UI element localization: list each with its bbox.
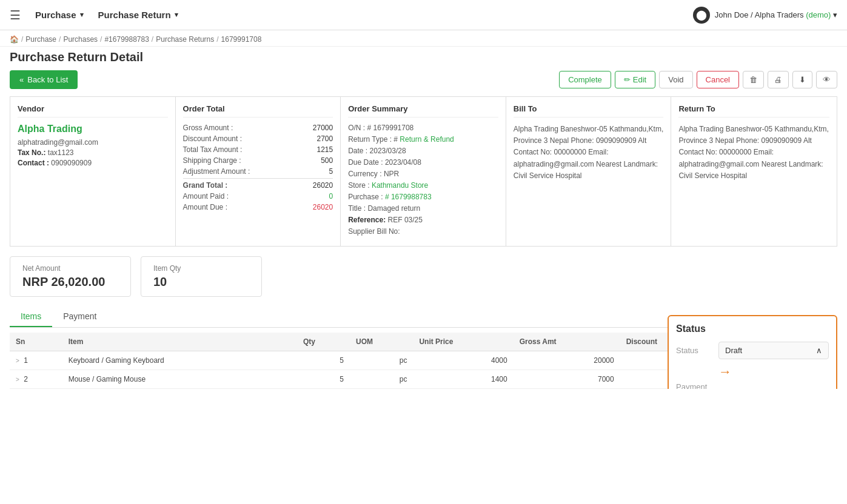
expand-icon[interactable]: >	[16, 376, 19, 383]
shipping-row: Shipping Charge :500	[183, 156, 333, 165]
company-name: Alpha Traders	[755, 10, 804, 19]
th-uom: UOM	[350, 333, 413, 351]
status-field-label: Status	[676, 346, 718, 355]
user-avatar: ⬤	[693, 7, 710, 24]
item-qty-label: Item Qty	[153, 264, 249, 273]
th-unit-price: Unit Price	[413, 333, 513, 351]
status-dropdown[interactable]: Draft ∧	[718, 342, 829, 359]
order-summary-title: Order Summary	[348, 104, 498, 118]
orange-arrow-icon: →	[718, 364, 732, 380]
info-panels: Vendor Alpha Trading alphatrading@gmail.…	[10, 96, 837, 247]
status-row: Status Draft ∧	[676, 342, 829, 359]
cell-sn: > 1	[10, 351, 62, 370]
cell-uom: pc	[350, 351, 413, 370]
complete-button[interactable]: Complete	[559, 71, 611, 88]
purchase-return-menu-arrow: ▾	[175, 11, 178, 19]
net-amount-value: NRP 26,020.00	[22, 275, 118, 289]
demo-label: (demo)	[806, 10, 831, 19]
edit-label: Edit	[633, 75, 646, 84]
delete-button[interactable]: 🗑	[743, 71, 764, 88]
store-link[interactable]: Kathmandu Store	[372, 181, 428, 190]
home-icon[interactable]: 🏠	[10, 35, 19, 44]
title-row: Title : Damaged return	[348, 204, 498, 213]
complete-label: Complete	[568, 75, 602, 84]
purchase-menu[interactable]: Purchase ▾	[35, 10, 84, 20]
vendor-name: Alpha Trading	[18, 124, 168, 134]
delete-icon: 🗑	[749, 75, 757, 84]
return-to-title: Return To	[678, 104, 829, 118]
vendor-panel: Vendor Alpha Trading alphatrading@gmail.…	[10, 97, 176, 246]
user-dropdown-arrow: ▾	[833, 10, 837, 19]
net-amount-card: Net Amount NRP 26,020.00	[10, 256, 131, 297]
return-type-row: Return Type : # Return & Refund	[348, 135, 498, 144]
user-name: John Doe	[715, 10, 749, 19]
status-value: Draft	[725, 346, 742, 355]
reference-row: Reference: REF 03/25	[348, 216, 498, 224]
item-qty-card: Item Qty 10	[141, 256, 262, 297]
view-icon: 👁	[823, 75, 831, 84]
breadcrumb-order-no[interactable]: #1679988783	[104, 35, 149, 44]
download-button[interactable]: ⬇	[792, 71, 812, 88]
return-type-link[interactable]: Return & Refund	[400, 135, 454, 144]
status-panel-title: Status	[676, 323, 829, 334]
breadcrumb-purchases[interactable]: Purchases	[63, 35, 98, 44]
status-panel: Status Status Draft ∧ → Payment PendingS…	[668, 315, 837, 389]
stats-row: Net Amount NRP 26,020.00 Item Qty 10	[0, 247, 847, 297]
store-row: Store : Kathmandu Store	[348, 181, 498, 190]
purchase-link[interactable]: # 1679988783	[385, 193, 432, 201]
breadcrumb: 🏠 / Purchase / Purchases / #1679988783 /…	[10, 35, 837, 44]
print-button[interactable]: 🖨	[768, 71, 789, 88]
back-label: Back to List	[27, 75, 68, 84]
breadcrumb-purchase[interactable]: Purchase	[25, 35, 56, 44]
download-icon: ⬇	[799, 75, 806, 84]
edit-button[interactable]: ✏ Edit	[615, 71, 655, 88]
purchase-menu-arrow: ▾	[80, 11, 84, 19]
supplier-bill-row: Supplier Bill No:	[348, 227, 498, 236]
cell-gross-amt: 20000	[514, 351, 620, 370]
on-row: O/N : # 1679991708	[348, 124, 498, 132]
date-row: Date : 2023/03/28	[348, 147, 498, 155]
vendor-contact-value: 0909090909	[51, 159, 92, 167]
back-to-list-button[interactable]: « Back to List	[10, 70, 78, 89]
page-title: Purchase Return Detail	[10, 50, 837, 64]
cell-unit-price: 1400	[413, 370, 513, 389]
vendor-tax-label: Tax No.:	[18, 148, 45, 157]
vendor-tax-value: tax1123	[48, 148, 74, 157]
cell-item: Mouse / Gaming Mouse	[62, 370, 297, 389]
user-info[interactable]: John Doe / Alpha Traders (demo) ▾	[715, 10, 837, 19]
order-total-title: Order Total	[183, 104, 333, 118]
vendor-contact-label: Contact :	[18, 159, 49, 167]
cancel-label: Cancel	[706, 75, 730, 84]
cancel-button[interactable]: Cancel	[697, 71, 739, 88]
vendor-email: alphatrading@gmail.com	[18, 138, 168, 147]
adjustment-row: Adjustment Amount :5	[183, 167, 333, 176]
back-icon: «	[19, 75, 24, 84]
cell-qty: 5	[297, 370, 350, 389]
cell-qty: 5	[297, 351, 350, 370]
payment-field-label: Payment	[676, 382, 829, 389]
void-button[interactable]: Void	[659, 71, 692, 88]
order-total-panel: Order Total Gross Amount :27000 Discount…	[176, 97, 341, 246]
purchase-row: Purchase : # 1679988783	[348, 193, 498, 201]
th-qty: Qty	[297, 333, 350, 351]
amount-due-row: Amount Due :26020	[183, 203, 333, 211]
tab-payment[interactable]: Payment	[52, 307, 107, 327]
purchase-return-menu[interactable]: Purchase Return ▾	[98, 10, 178, 20]
grand-total-row: Grand Total :26020	[183, 178, 333, 190]
vendor-contact: Contact : 0909090909	[18, 159, 168, 167]
breadcrumb-current: 1679991708	[221, 35, 262, 44]
vendor-tax: Tax No.: tax1123	[18, 148, 168, 157]
total-tax-row: Total Tax Amount :1215	[183, 145, 333, 154]
cell-item: Keyboard / Gaming Keyboard	[62, 351, 297, 370]
expand-icon[interactable]: >	[16, 357, 19, 364]
view-button[interactable]: 👁	[816, 71, 837, 88]
cell-uom: pc	[350, 370, 413, 389]
breadcrumb-purchase-returns[interactable]: Purchase Returns	[156, 35, 214, 44]
hamburger-icon[interactable]: ☰	[10, 8, 21, 22]
status-dropdown-arrow: ∧	[816, 346, 822, 355]
print-icon: 🖨	[774, 75, 782, 84]
tab-items[interactable]: Items	[10, 307, 52, 327]
edit-icon: ✏	[624, 75, 631, 84]
vendor-panel-title: Vendor	[18, 104, 168, 118]
return-to-text: Alpha Trading Baneshwor-05 Kathmandu,Ktm…	[678, 124, 829, 182]
